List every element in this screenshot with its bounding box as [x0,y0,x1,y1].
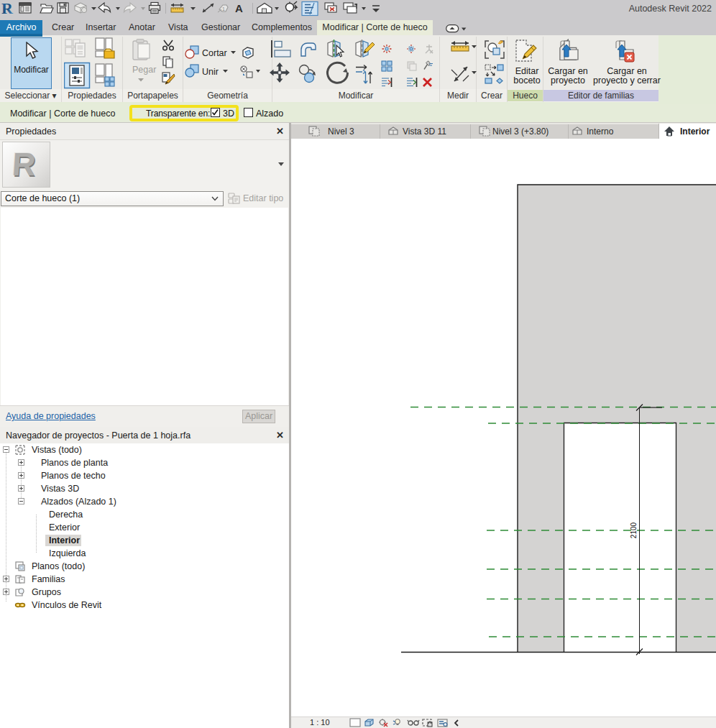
svg-text:proyecto y cerrar: proyecto y cerrar [593,75,661,86]
svg-text:Editar: Editar [515,66,539,76]
svg-text:Cargar en: Cargar en [607,66,647,76]
svg-text:Pegar: Pegar [132,65,156,75]
svg-text:Cortar: Cortar [202,48,227,58]
svg-text:Unir: Unir [202,67,219,77]
svg-text:boceto: boceto [513,75,541,86]
svg-text:Cargar en: Cargar en [548,66,588,76]
svg-text:A: A [235,2,243,14]
svg-text:2100: 2100 [630,522,638,538]
svg-text:R: R [1,0,14,17]
svg-text:proyecto: proyecto [551,75,585,86]
svg-text:1: 1 [222,6,225,11]
